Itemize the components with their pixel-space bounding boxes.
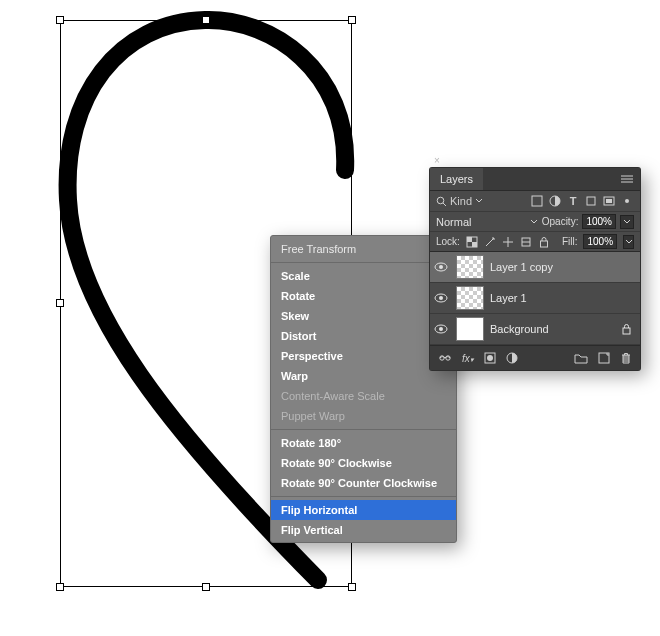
svg-rect-9 (606, 199, 612, 203)
svg-point-19 (439, 296, 443, 300)
search-icon (436, 196, 447, 207)
svg-point-26 (487, 355, 493, 361)
lock-icon[interactable] (621, 323, 632, 335)
opacity-value[interactable]: 100% (582, 214, 616, 229)
lock-all-icon[interactable] (538, 236, 550, 248)
layer-thumbnail[interactable] (456, 317, 484, 341)
lock-position-icon[interactable] (502, 236, 514, 248)
chevron-down-icon (530, 218, 538, 226)
menu-item-rotate[interactable]: Rotate (271, 286, 456, 306)
panel-menu-icon[interactable] (620, 174, 634, 184)
menu-item-distort[interactable]: Distort (271, 326, 456, 346)
chevron-down-icon (475, 197, 483, 205)
svg-rect-15 (540, 241, 547, 247)
layer-name[interactable]: Layer 1 copy (490, 261, 553, 273)
svg-point-21 (439, 327, 443, 331)
menu-item-flip-vertical[interactable]: Flip Vertical (271, 520, 456, 540)
adjustlayer-icon[interactable] (506, 352, 518, 364)
panel-tabbar: Layers (430, 168, 640, 191)
mask-icon[interactable] (484, 352, 496, 364)
lock-artboard-icon[interactable] (520, 236, 532, 248)
filter-kind-select[interactable]: Kind (436, 195, 526, 207)
tab-layers[interactable]: Layers (430, 168, 483, 190)
layer-thumbnail[interactable] (456, 255, 484, 279)
opacity-label: Opacity: (542, 216, 579, 227)
svg-line-4 (443, 203, 446, 206)
blend-mode-value: Normal (436, 216, 471, 228)
fx-icon[interactable]: fx▾ (462, 353, 474, 364)
canvas[interactable]: Free Transform Scale Rotate Skew Distort… (0, 0, 660, 636)
menu-item-rotate-90-cw[interactable]: Rotate 90° Clockwise (271, 453, 456, 473)
lock-transparent-icon[interactable] (466, 236, 478, 248)
handle-n[interactable] (202, 16, 210, 24)
lock-label: Lock: (436, 236, 460, 247)
opacity-dropdown[interactable] (620, 215, 634, 229)
handle-nw[interactable] (56, 16, 64, 24)
svg-rect-5 (532, 196, 542, 206)
context-menu: Free Transform Scale Rotate Skew Distort… (270, 235, 457, 543)
layer-thumbnail[interactable] (456, 286, 484, 310)
menu-item-warp[interactable]: Warp (271, 366, 456, 386)
svg-point-17 (439, 265, 443, 269)
filter-type-icon[interactable]: T (566, 194, 580, 208)
menu-item-skew[interactable]: Skew (271, 306, 456, 326)
filter-pixel-icon[interactable] (530, 194, 544, 208)
link-icon[interactable] (438, 352, 452, 364)
menu-separator (271, 496, 456, 497)
newlayer-icon[interactable] (598, 352, 610, 364)
filter-smart-icon[interactable] (602, 194, 616, 208)
handle-se[interactable] (348, 583, 356, 591)
trash-icon[interactable] (620, 352, 632, 364)
layers-panel: Layers Kind T Normal Opacity: 1 (430, 168, 640, 370)
menu-item-perspective[interactable]: Perspective (271, 346, 456, 366)
menu-item-puppet-warp: Puppet Warp (271, 406, 456, 426)
layer-name[interactable]: Layer 1 (490, 292, 527, 304)
layer-row[interactable]: Layer 1 (430, 283, 640, 314)
svg-rect-11 (467, 237, 472, 242)
filter-toggle[interactable] (620, 194, 634, 208)
menu-item-flip-horizontal[interactable]: Flip Horizontal (271, 500, 456, 520)
visibility-toggle[interactable] (434, 324, 450, 334)
filter-adjust-icon[interactable] (548, 194, 562, 208)
svg-point-3 (437, 197, 444, 204)
filter-kind-label: Kind (450, 195, 472, 207)
context-menu-title: Free Transform (271, 238, 456, 259)
menu-item-rotate-90-ccw[interactable]: Rotate 90° Counter Clockwise (271, 473, 456, 493)
fill-value[interactable]: 100% (583, 234, 617, 249)
layers-list: Layer 1 copy Layer 1 Background (430, 251, 640, 345)
lock-row: Lock: Fill: 100% (430, 231, 640, 251)
handle-s[interactable] (202, 583, 210, 591)
panel-collapse-icon[interactable]: × (434, 155, 440, 166)
menu-separator (271, 262, 456, 263)
handle-ne[interactable] (348, 16, 356, 24)
menu-item-rotate-180[interactable]: Rotate 180° (271, 433, 456, 453)
svg-rect-12 (472, 242, 477, 247)
layer-row[interactable]: Background (430, 314, 640, 345)
svg-rect-7 (587, 197, 595, 205)
filter-row: Kind T (430, 191, 640, 211)
menu-item-scale[interactable]: Scale (271, 266, 456, 286)
menu-item-content-aware-scale: Content-Aware Scale (271, 386, 456, 406)
menu-separator (271, 429, 456, 430)
blend-mode-select[interactable]: Normal (436, 216, 538, 228)
lock-pixels-icon[interactable] (484, 236, 496, 248)
svg-rect-22 (623, 328, 630, 334)
layer-row[interactable]: Layer 1 copy (430, 252, 640, 283)
layer-name[interactable]: Background (490, 323, 549, 335)
group-icon[interactable] (574, 352, 588, 364)
fill-dropdown[interactable] (623, 235, 634, 249)
panel-footer: fx▾ (430, 345, 640, 370)
filter-shape-icon[interactable] (584, 194, 598, 208)
visibility-toggle[interactable] (434, 293, 450, 303)
blend-row: Normal Opacity: 100% (430, 211, 640, 231)
handle-sw[interactable] (56, 583, 64, 591)
handle-w[interactable] (56, 299, 64, 307)
visibility-toggle[interactable] (434, 262, 450, 272)
fill-label: Fill: (562, 236, 578, 247)
